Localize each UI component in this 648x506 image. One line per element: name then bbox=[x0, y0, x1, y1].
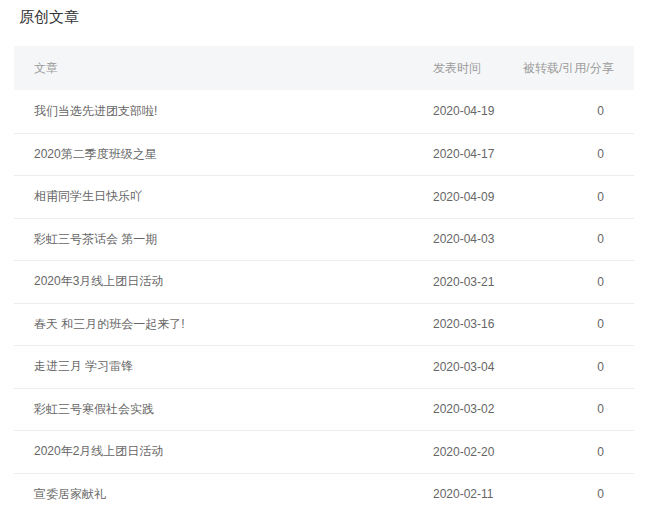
share-count-cell: 0 bbox=[523, 402, 634, 416]
table-row: 走进三月 学习雷锋2020-03-040 bbox=[14, 345, 634, 388]
column-header-share-count: 被转载/引用/分享 bbox=[523, 60, 634, 77]
table-row: 2020第二季度班级之星2020-04-170 bbox=[14, 133, 634, 176]
table-row: 相甫同学生日快乐吖2020-04-090 bbox=[14, 175, 634, 218]
share-count-cell: 0 bbox=[523, 487, 634, 501]
table-row: 2020年3月线上团日活动2020-03-210 bbox=[14, 260, 634, 303]
share-count-cell: 0 bbox=[523, 445, 634, 459]
publish-date-cell: 2020-04-09 bbox=[433, 190, 523, 204]
share-count-cell: 0 bbox=[523, 104, 634, 118]
article-title-cell: 相甫同学生日快乐吖 bbox=[14, 188, 433, 205]
article-title-cell: 我们当选先进团支部啦! bbox=[14, 103, 433, 120]
publish-date-cell: 2020-02-20 bbox=[433, 445, 523, 459]
table-row: 彩虹三号茶话会 第一期2020-04-030 bbox=[14, 218, 634, 261]
table-row: 我们当选先进团支部啦!2020-04-190 bbox=[14, 90, 634, 133]
article-title-cell: 2020年3月线上团日活动 bbox=[14, 273, 433, 290]
publish-date-cell: 2020-03-21 bbox=[433, 275, 523, 289]
publish-date-cell: 2020-03-04 bbox=[433, 360, 523, 374]
article-title-cell: 彩虹三号茶话会 第一期 bbox=[14, 231, 433, 248]
table-row: 春天 和三月的班会一起来了!2020-03-160 bbox=[14, 303, 634, 346]
share-count-cell: 0 bbox=[523, 317, 634, 331]
table-row: 彩虹三号寒假社会实践2020-03-020 bbox=[14, 388, 634, 431]
article-title-cell: 彩虹三号寒假社会实践 bbox=[14, 401, 433, 418]
share-count-cell: 0 bbox=[523, 190, 634, 204]
publish-date-cell: 2020-04-19 bbox=[433, 104, 523, 118]
article-title-cell: 宣委居家献礼 bbox=[14, 486, 433, 503]
article-title-cell: 春天 和三月的班会一起来了! bbox=[14, 316, 433, 333]
article-title-cell: 走进三月 学习雷锋 bbox=[14, 358, 433, 375]
publish-date-cell: 2020-02-11 bbox=[433, 487, 523, 501]
share-count-cell: 0 bbox=[523, 275, 634, 289]
article-title-cell: 2020第二季度班级之星 bbox=[14, 146, 433, 163]
share-count-cell: 0 bbox=[523, 360, 634, 374]
page-title: 原创文章 bbox=[19, 8, 648, 26]
article-title-cell: 2020年2月线上团日活动 bbox=[14, 443, 433, 460]
publish-date-cell: 2020-03-16 bbox=[433, 317, 523, 331]
column-header-publish-time: 发表时间 bbox=[433, 60, 523, 77]
publish-date-cell: 2020-04-17 bbox=[433, 147, 523, 161]
column-header-article: 文章 bbox=[14, 60, 433, 77]
publish-date-cell: 2020-04-03 bbox=[433, 232, 523, 246]
publish-date-cell: 2020-03-02 bbox=[433, 402, 523, 416]
table-header-row: 文章 发表时间 被转载/引用/分享 bbox=[14, 46, 634, 90]
table-row: 2020年2月线上团日活动2020-02-200 bbox=[14, 430, 634, 473]
share-count-cell: 0 bbox=[523, 147, 634, 161]
articles-table: 文章 发表时间 被转载/引用/分享 我们当选先进团支部啦!2020-04-190… bbox=[14, 46, 634, 506]
share-count-cell: 0 bbox=[523, 232, 634, 246]
table-body: 我们当选先进团支部啦!2020-04-1902020第二季度班级之星2020-0… bbox=[14, 90, 634, 506]
table-row: 宣委居家献礼2020-02-110 bbox=[14, 473, 634, 506]
